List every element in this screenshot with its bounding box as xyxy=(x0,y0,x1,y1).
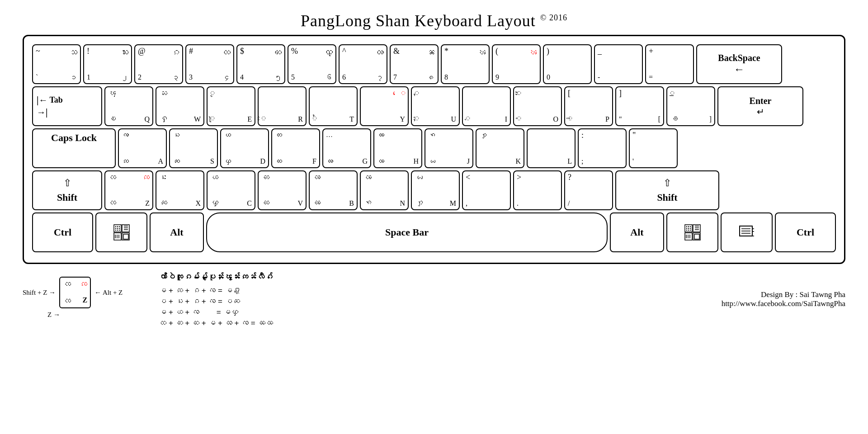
combination-section: လံာ်ဝဲၸူးၵမ်ႉမႂ်ႇပုၼ်ႈၽွၼ်းဢၼ်လဵၵ်ႉ မ + … xyxy=(132,272,712,330)
credit-section: Design By : Sai Tawng Pha http://www.fac… xyxy=(722,272,845,308)
key-w: ႀ ႁW xyxy=(156,86,204,126)
combination-row-3: မ + ꩤ + ꩠ = မꩥ xyxy=(159,308,238,317)
svg-point-11 xyxy=(117,230,118,231)
key-shift-right: ⇧ Shift xyxy=(615,170,719,210)
key-x: ꩢ ꩣX xyxy=(156,170,204,210)
key-bracket-close: ႍ ႎ] xyxy=(666,86,715,126)
key-row-5: Ctrl xyxy=(32,212,836,252)
key-t: ႆT xyxy=(309,86,358,126)
key-s: ꩢ ꩣS xyxy=(169,128,218,168)
key-row-1: ~သ `၁ !သၢ 1၂ @ၵ 2၃ #ၸ 3၄ $ၹ 4၅ %ၺ 5၆ ^ xyxy=(32,44,836,84)
combination-row-2: ပ + ꩢ + ၵ + ꩠ = ပꩣ xyxy=(159,297,240,306)
svg-point-6 xyxy=(118,226,119,227)
key-equal: + = xyxy=(645,44,694,84)
svg-point-8 xyxy=(117,228,118,229)
shift-z-section: Shift + Z → ၸ ꩡ ၸ Z ← Alt + Z Z → xyxy=(23,277,123,319)
z-row: Z → xyxy=(23,311,60,319)
combination-title: လံာ်ဝဲၸူးၵမ်ႉမႂ်ႇပုၼ်ႈၽွၼ်းဢၼ်လဵၵ်ႉ xyxy=(159,272,273,282)
svg-point-30 xyxy=(686,230,687,231)
key-alt-left: Alt xyxy=(150,212,204,252)
key-9: (ၽ 9 xyxy=(492,44,541,84)
key-win-left xyxy=(95,212,147,252)
key-ctrl-left: Ctrl xyxy=(32,212,93,252)
key-alt-right: Alt xyxy=(610,212,664,252)
menu-icon xyxy=(739,224,755,241)
designer-label: Design By : Sai Tawng Pha xyxy=(722,290,845,299)
key-comma: < , xyxy=(462,170,511,210)
key-row-3: Caps Lock ꩠ ꩡA ꩢ ꩣS ꩤ ꩥD ꩦ ꩧF … ꩨG ꩩ ꩪ xyxy=(32,128,836,168)
caps-lock-label: Caps Lock xyxy=(51,132,97,144)
key-semicolon: : ; xyxy=(578,128,627,168)
designer-url: http://www.facebook.com/SaiTawngPha xyxy=(722,299,845,308)
key-p: [ ႌP xyxy=(564,86,613,126)
key-b: ꩨ ꩩB xyxy=(309,170,358,210)
svg-point-24 xyxy=(686,226,687,227)
svg-point-28 xyxy=(688,228,689,229)
key-y: ေ Y xyxy=(360,86,409,126)
svg-point-26 xyxy=(689,226,690,227)
z-label: Z → xyxy=(47,311,60,319)
svg-point-31 xyxy=(688,230,689,231)
key-row-2: |← Tab →| ၾ ၿQ ႀ ႁW ႂ ႃE ႄR xyxy=(32,86,836,126)
key-tilde: ~သ `၁ xyxy=(32,44,81,84)
key-o: ႊ ႋO xyxy=(513,86,562,126)
key-i: ႉI xyxy=(462,86,511,126)
key-2: @ၵ 2၃ xyxy=(134,44,183,84)
demo-key-z: ၸ ꩡ ၸ Z xyxy=(59,277,91,308)
svg-point-7 xyxy=(115,228,116,229)
win-icon-left xyxy=(113,223,131,241)
alt-z-label: ← Alt + Z xyxy=(94,289,123,297)
page-title: PangLong Shan Keyboard Layout © 2016 xyxy=(301,11,567,30)
key-d: ꩤ ꩥD xyxy=(220,128,269,168)
key-c: ꩤ ꩥC xyxy=(207,170,255,210)
key-row-4: ⇧ Shift ၸꩡ ၸZ ꩢ ꩣX ꩤ ꩥC ꩦ ꩧV ꩨ ꩩB ꩪ xyxy=(32,170,836,210)
key-v: ꩦ ꩧV xyxy=(258,170,307,210)
svg-point-12 xyxy=(118,230,119,231)
shift-z-row: Shift + Z → ၸ ꩡ ၸ Z ← Alt + Z xyxy=(23,277,123,308)
key-m: ꩬ ꩭM xyxy=(411,170,460,210)
key-4: $ၹ 4၅ xyxy=(236,44,285,84)
key-0: ) 0 xyxy=(543,44,592,84)
key-caps-lock: Caps Lock xyxy=(32,128,116,168)
svg-point-9 xyxy=(118,228,119,229)
key-q: ၾ ၿQ xyxy=(104,86,153,126)
key-3: #ၸ 3၄ xyxy=(185,44,234,84)
key-1: !သၢ 1၂ xyxy=(83,44,132,84)
key-g: … ꩨG xyxy=(322,128,371,168)
svg-point-32 xyxy=(689,230,690,231)
combination-row-1: မ + ꩡ + ၵ + ꩠ = မ꩗ xyxy=(159,286,240,295)
key-k: ꩭ K xyxy=(476,128,524,168)
key-enter: Enter ↵ xyxy=(717,86,803,126)
key-shift-left: ⇧ Shift xyxy=(32,170,102,210)
svg-point-5 xyxy=(117,226,118,227)
svg-point-25 xyxy=(688,226,689,227)
key-menu xyxy=(721,212,773,252)
key-space: Space Bar xyxy=(206,212,608,252)
key-f: ꩦ ꩧF xyxy=(271,128,320,168)
bottom-section: Shift + Z → ၸ ꩡ ၸ Z ← Alt + Z Z → လ xyxy=(23,272,845,330)
key-8: *ၽ 8 xyxy=(441,44,490,84)
svg-rect-36 xyxy=(694,234,699,239)
key-tab: |← Tab →| xyxy=(32,86,102,126)
key-7: &ၼ 7၈ xyxy=(390,44,439,84)
backspace-label: BackSpace xyxy=(718,53,760,63)
key-quote: " ' xyxy=(629,128,678,168)
key-period: > . xyxy=(513,170,562,210)
key-n: ꩪ ꩫN xyxy=(360,170,409,210)
key-ctrl-right: Ctrl xyxy=(775,212,836,252)
key-a: ꩠ ꩡA xyxy=(118,128,167,168)
key-minus: _ - xyxy=(594,44,643,84)
svg-point-29 xyxy=(689,228,690,229)
shift-z-label: Shift + Z → xyxy=(23,289,56,297)
key-win-right xyxy=(666,212,718,252)
key-l: L xyxy=(527,128,576,168)
copyright: © 2016 xyxy=(540,13,567,22)
key-u: ႇ ႈU xyxy=(411,86,460,126)
key-h: ꩩ ꩪH xyxy=(373,128,422,168)
key-bracket-open: ] "[ xyxy=(615,86,664,126)
key-r: ႄR xyxy=(258,86,307,126)
key-j: ꩫ ꩬJ xyxy=(425,128,473,168)
key-5: %ၺ 5၆ xyxy=(288,44,336,84)
key-slash: ? / xyxy=(564,170,613,210)
key-z: ၸꩡ ၸZ xyxy=(104,170,153,210)
